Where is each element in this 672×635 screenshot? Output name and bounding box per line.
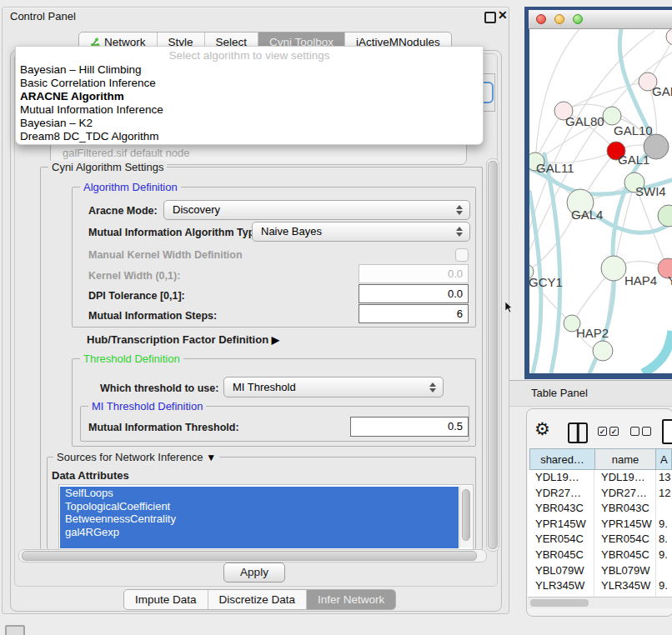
dpi-tolerance-field[interactable]: 0.0	[359, 284, 469, 303]
cell-value	[655, 501, 672, 517]
network-node[interactable]	[666, 29, 672, 45]
scrollbar-thumb[interactable]	[462, 489, 470, 541]
table-row[interactable]: YDL19… YDL19… 13	[528, 470, 672, 486]
zoom-window-button[interactable]	[573, 14, 583, 24]
close-window-button[interactable]	[536, 14, 546, 24]
minimized-panel-icon[interactable]	[5, 625, 25, 635]
aracne-mode-select[interactable]: Discovery	[163, 200, 470, 220]
float-panel-icon[interactable]	[484, 12, 496, 23]
column-divider	[655, 470, 656, 597]
mi-type-label: Mutual Information Algorithm Type:	[88, 227, 263, 238]
table-horizontal-scrollbar[interactable]	[528, 597, 672, 608]
mouse-cursor	[505, 302, 514, 317]
table-row[interactable]: YPR145W YPR145W 9.	[528, 517, 672, 532]
table-row[interactable]: YDR27… YDR27… 12	[528, 486, 672, 502]
table-body[interactable]: YDL19… YDL19… 13 YDR27… YDR27… 12 YBR043…	[528, 470, 672, 597]
manual-kernel-checkbox	[455, 248, 469, 262]
network-node[interactable]	[658, 205, 672, 227]
node-label: GAL11	[536, 161, 574, 175]
list-item[interactable]: TopologicalCoefficient	[60, 500, 459, 513]
dropdown-placeholder[interactable]: Select algorithm to view settings	[16, 49, 483, 62]
dropdown-option[interactable]: Dream8 DC_TDC Algorithm	[16, 130, 483, 143]
uncheck-all-icon[interactable]	[642, 427, 651, 436]
tab-infer-network[interactable]: Infer Network	[306, 590, 395, 609]
table-row[interactable]: YLR345W YLR345W 9.	[528, 578, 672, 594]
attributes-scrollbar[interactable]	[459, 486, 472, 548]
scrollbar-thumb[interactable]	[22, 551, 477, 561]
network-window-titlebar[interactable]	[529, 10, 672, 29]
cell-name: YBR045C	[594, 548, 655, 563]
mi-threshold-field[interactable]: 0.5	[350, 417, 469, 437]
control-panel-title: Control Panel	[10, 10, 76, 22]
network-canvas[interactable]: GAL GAL80 GAL10 GAL1 GAL11 SWI4 GAL4 GCY…	[529, 29, 672, 373]
network-graph	[529, 29, 672, 373]
dropdown-option[interactable]: Basic Correlation Inference	[16, 77, 483, 90]
settings-horizontal-scrollbar[interactable]	[18, 549, 487, 562]
cell-name: YBR043C	[594, 501, 655, 517]
uncheck-all-icon[interactable]	[630, 427, 639, 436]
which-threshold-select[interactable]: MI Threshold	[223, 377, 444, 398]
cell-shared-name: YBR043C	[528, 501, 594, 517]
hub-definition-toggle[interactable]: Hub/Transcription Factor Definition ▶	[87, 333, 279, 346]
cell-shared-name: YER054C	[528, 532, 594, 548]
dropdown-option[interactable]: Bayesian – K2	[16, 117, 483, 130]
tab-impute-data[interactable]: Impute Data	[124, 590, 208, 609]
apply-button[interactable]: Apply	[223, 562, 285, 582]
table-row[interactable]: YER054C YER054C 8.	[528, 532, 672, 548]
dpi-tolerance-label: DPI Tolerance [0,1]:	[88, 290, 185, 302]
selected-attributes-block: SelfLoops TopologicalCoefficient Between…	[60, 487, 459, 548]
settings-vertical-scrollbar[interactable]	[486, 158, 499, 552]
cell-value: 9.	[655, 578, 672, 594]
node-label: HAP2	[576, 326, 609, 340]
cell-shared-name: YPR145W	[528, 517, 594, 532]
dropdown-option[interactable]: ARACNE Algorithm	[16, 90, 483, 103]
column-header-name[interactable]: name	[594, 448, 656, 470]
column-header-next[interactable]: A	[655, 448, 672, 470]
spinner-arrows-icon	[429, 382, 436, 392]
table-row[interactable]: YBR045C YBR045C 9.	[528, 548, 672, 563]
mi-threshold-label: Mutual Information Threshold:	[88, 422, 239, 433]
close-panel-icon[interactable]: ✕	[498, 8, 508, 22]
cell-name: YDL19…	[594, 470, 655, 486]
manual-kernel-label: Manual Kernel Width Definition	[88, 249, 243, 261]
cell-shared-name: YDL19…	[528, 470, 594, 486]
table-row[interactable]: YBL079W YBL079W	[528, 563, 672, 579]
sources-group-title[interactable]: Sources for Network Inference ▼	[53, 451, 219, 463]
dropdown-option[interactable]: Bayesian – Hill Climbing	[16, 63, 483, 77]
document-icon[interactable]	[662, 419, 672, 444]
mi-steps-label: Mutual Information Steps:	[88, 310, 217, 322]
check-all-icon[interactable]: ✓	[609, 427, 619, 436]
scrollbar-thumb[interactable]	[530, 599, 589, 607]
cell-value: 9.	[655, 517, 672, 532]
algorithm-dropdown-popup: Select algorithm to view settings Bayesi…	[15, 46, 484, 145]
split-columns-icon[interactable]	[568, 422, 588, 443]
cell-shared-name: YLR345W	[528, 578, 594, 594]
bottom-tabbar: Impute Data Discretize Data Infer Networ…	[123, 589, 396, 610]
mi-type-select[interactable]: Naive Bayes	[252, 222, 470, 242]
screen: Control Panel ✕ Network Style Select Cyn…	[0, 0, 672, 635]
scrollbar-thumb[interactable]	[488, 161, 498, 549]
list-item[interactable]: BetweennessCentrality	[60, 512, 459, 526]
cell-name: YBL079W	[594, 563, 655, 579]
column-header-shared[interactable]: shared…	[529, 448, 595, 470]
list-item[interactable]: SelfLoops	[60, 487, 459, 500]
network-node[interactable]	[603, 107, 621, 125]
dropdown-option[interactable]: Mutual Information Inference	[16, 103, 483, 117]
mi-steps-field[interactable]: 6	[359, 304, 469, 323]
table-row[interactable]: YBR043C YBR043C	[528, 501, 672, 517]
kernel-width-label: Kernel Width (0,1):	[88, 270, 180, 282]
spinner-arrows-icon	[456, 227, 463, 237]
node-label: GAL80	[565, 114, 604, 128]
cell-name: YDR27…	[594, 486, 655, 502]
data-attributes-list[interactable]: SelfLoops TopologicalCoefficient Between…	[58, 484, 474, 550]
list-item[interactable]: gal4RGexp	[60, 526, 459, 539]
gear-icon[interactable]: ⚙	[534, 419, 550, 439]
cell-value	[655, 563, 672, 579]
minimize-window-button[interactable]	[554, 14, 564, 24]
tab-discretize-data[interactable]: Discretize Data	[208, 590, 307, 609]
network-node[interactable]	[601, 256, 626, 281]
kernel-width-field: 0.0	[359, 264, 469, 283]
network-node[interactable]	[593, 341, 613, 361]
check-all-icon[interactable]: ✓	[598, 427, 607, 436]
node-label: GAL10	[614, 123, 653, 138]
